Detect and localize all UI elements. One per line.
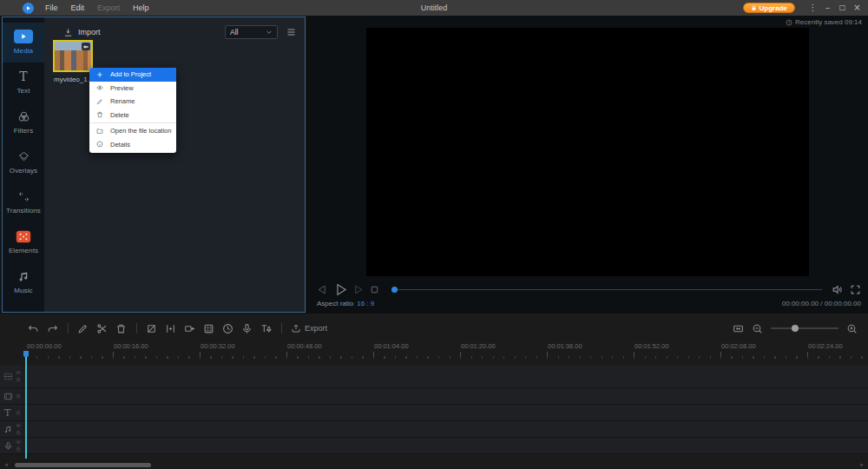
context-item-delete[interactable]: Delete xyxy=(89,109,176,122)
undo-button[interactable] xyxy=(28,323,39,334)
track-head-music[interactable] xyxy=(0,421,23,437)
track-text: T xyxy=(0,405,868,421)
timeline-ruler[interactable]: 00:00:00.00 00:00:16.00 00:00:32.00 00:0… xyxy=(0,342,868,351)
sidebar-item-label: Overlays xyxy=(10,167,37,175)
pip-track-lane[interactable] xyxy=(23,388,868,404)
zoom-out-button[interactable] xyxy=(752,323,763,334)
upgrade-button[interactable]: Upgrade xyxy=(743,3,795,13)
ruler-timestamp: 00:01:20.00 xyxy=(461,342,496,350)
play-button[interactable] xyxy=(333,282,348,297)
track-head-pip[interactable] xyxy=(0,388,23,404)
context-item-open-file-location[interactable]: Open the file location xyxy=(89,124,176,138)
context-item-details[interactable]: Details xyxy=(89,138,176,152)
pencil-icon xyxy=(96,98,103,105)
overlays-icon xyxy=(14,149,33,163)
menu-help[interactable]: Help xyxy=(133,3,149,12)
duration-button[interactable] xyxy=(222,323,233,334)
lock-icon[interactable] xyxy=(16,410,21,415)
fullscreen-icon[interactable] xyxy=(850,284,861,295)
context-menu: Add to Project Preview Rename Delete Ope… xyxy=(89,68,176,153)
ruler-timestamp: 00:00:16.00 xyxy=(114,342,148,350)
menu-edit[interactable]: Edit xyxy=(71,3,85,12)
titlebar: File Edit Export Help Untitled Upgrade ⋮… xyxy=(0,0,868,16)
seek-slider-handle[interactable] xyxy=(391,287,398,293)
scroll-right-arrow[interactable]: ▸ xyxy=(856,461,868,469)
ruler-minor-ticks xyxy=(26,356,868,359)
mosaic-button[interactable] xyxy=(203,323,214,334)
track-head-video[interactable] xyxy=(0,365,23,387)
media-panel-header: Import All xyxy=(44,24,305,40)
zoom-slider[interactable] xyxy=(771,327,838,329)
zoom-slider-handle[interactable] xyxy=(792,325,799,332)
minimize-button[interactable]: – xyxy=(820,0,835,16)
track-head-text[interactable]: T xyxy=(0,405,23,420)
maximize-button[interactable]: □ xyxy=(835,0,850,16)
scrollbar-thumb[interactable] xyxy=(15,463,151,467)
sidebar-item-filters[interactable]: Filters xyxy=(3,102,44,142)
sidebar-item-transitions[interactable]: Transitions xyxy=(3,182,44,222)
volume-icon[interactable] xyxy=(832,284,843,295)
text-to-speech-button[interactable] xyxy=(260,323,272,334)
preview-statusbar: Aspect ratio 16 : 9 00:00:00.00 / 00:00:… xyxy=(317,300,861,307)
speed-button[interactable] xyxy=(184,323,195,334)
list-view-icon[interactable] xyxy=(286,27,297,37)
lock-icon[interactable] xyxy=(16,393,21,399)
menu-file[interactable]: File xyxy=(45,3,58,12)
sidebar-item-music[interactable]: Music xyxy=(3,262,44,302)
media-filter-value: All xyxy=(230,28,238,36)
next-frame-button[interactable] xyxy=(352,284,364,295)
lock-icon[interactable] xyxy=(16,430,21,435)
sidebar-item-elements[interactable]: Elements xyxy=(3,222,44,262)
split-button[interactable] xyxy=(96,323,108,334)
chevron-down-icon xyxy=(266,29,273,36)
media-filter-dropdown[interactable]: All xyxy=(225,25,278,39)
close-button[interactable]: × xyxy=(850,0,865,16)
context-item-rename[interactable]: Rename xyxy=(89,95,176,109)
mute-icon[interactable] xyxy=(16,439,21,445)
edit-button[interactable] xyxy=(77,323,89,334)
context-item-preview[interactable]: Preview xyxy=(89,82,176,96)
delete-button[interactable] xyxy=(115,323,127,334)
timeline-zoom-controls xyxy=(705,323,858,334)
context-item-add-to-project[interactable]: Add to Project xyxy=(89,68,176,82)
aspect-ratio-value[interactable]: 16 : 9 xyxy=(357,300,374,307)
sidebar-item-text[interactable]: T Text xyxy=(3,63,44,102)
text-track-lane[interactable] xyxy=(23,405,868,420)
sidebar-item-label: Filters xyxy=(14,127,33,135)
sidebar-item-overlays[interactable]: Overlays xyxy=(3,142,44,182)
more-menu-button[interactable]: ⋮ xyxy=(806,0,820,16)
upgrade-label: Upgrade xyxy=(760,4,787,12)
folder-icon xyxy=(96,128,103,135)
zoom-in-button[interactable] xyxy=(846,323,858,334)
video-viewport[interactable] xyxy=(366,28,809,276)
context-item-label: Delete xyxy=(110,111,129,119)
crop-button[interactable] xyxy=(146,323,157,334)
music-track-lane[interactable] xyxy=(23,421,868,437)
media-item-thumbnail[interactable] xyxy=(53,40,93,72)
voiceover-track-lane[interactable] xyxy=(23,438,868,453)
sidebar-item-media[interactable]: Media xyxy=(3,23,44,63)
voiceover-button[interactable] xyxy=(241,323,253,334)
track-pip xyxy=(0,388,868,405)
video-track-lane[interactable] xyxy=(23,365,868,387)
context-item-label: Details xyxy=(110,141,130,149)
lock-icon[interactable] xyxy=(16,377,21,382)
mute-icon[interactable] xyxy=(16,370,21,375)
mute-icon[interactable] xyxy=(16,423,21,428)
seek-slider[interactable] xyxy=(391,289,822,290)
previous-frame-button[interactable] xyxy=(317,284,328,295)
track-head-voiceover[interactable] xyxy=(0,438,23,453)
elements-icon xyxy=(14,229,33,243)
stop-button[interactable] xyxy=(369,284,380,295)
lock-icon xyxy=(751,4,757,11)
redo-button[interactable] xyxy=(47,323,58,334)
scroll-left-arrow[interactable]: ◂ xyxy=(0,461,12,469)
trim-button[interactable] xyxy=(165,323,176,334)
export-button[interactable]: Export xyxy=(291,323,327,334)
fit-timeline-button[interactable] xyxy=(733,323,744,334)
music-track-icon xyxy=(3,425,13,434)
lock-icon[interactable] xyxy=(16,446,21,452)
import-button[interactable]: Import xyxy=(63,28,101,37)
ruler-timestamp: 00:02:24.00 xyxy=(808,342,843,350)
scrollbar-track[interactable] xyxy=(12,463,856,467)
